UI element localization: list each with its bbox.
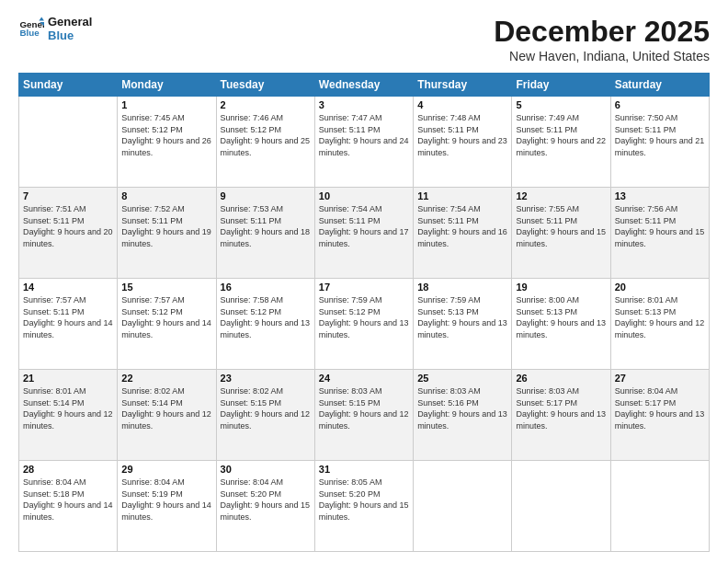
calendar-week-row: 28Sunrise: 8:04 AMSunset: 5:18 PMDayligh…: [19, 461, 710, 552]
day-info: Sunrise: 7:56 AMSunset: 5:11 PMDaylight:…: [615, 203, 705, 249]
day-number: 25: [417, 373, 507, 384]
day-info: Sunrise: 8:03 AMSunset: 5:17 PMDaylight:…: [516, 385, 606, 431]
day-info: Sunrise: 7:58 AMSunset: 5:12 PMDaylight:…: [221, 294, 311, 340]
day-info: Sunrise: 7:48 AMSunset: 5:11 PMDaylight:…: [417, 112, 507, 158]
day-info: Sunrise: 7:57 AMSunset: 5:12 PMDaylight:…: [121, 294, 211, 340]
day-info: Sunrise: 7:50 AMSunset: 5:11 PMDaylight:…: [615, 112, 705, 158]
table-row: 4Sunrise: 7:48 AMSunset: 5:11 PMDaylight…: [414, 97, 512, 188]
day-number: 17: [319, 282, 409, 293]
calendar-week-row: 14Sunrise: 7:57 AMSunset: 5:11 PMDayligh…: [19, 279, 710, 370]
day-number: 8: [121, 190, 211, 201]
day-number: 23: [221, 373, 311, 384]
table-row: 23Sunrise: 8:02 AMSunset: 5:15 PMDayligh…: [216, 370, 314, 461]
day-info: Sunrise: 7:59 AMSunset: 5:12 PMDaylight:…: [319, 294, 409, 340]
day-number: 4: [417, 99, 507, 110]
col-friday: Friday: [512, 74, 610, 97]
logo-icon: General Blue: [18, 16, 44, 41]
table-row: 16Sunrise: 7:58 AMSunset: 5:12 PMDayligh…: [216, 279, 314, 370]
calendar-page: General Blue General Blue December 2025 …: [0, 0, 728, 563]
day-info: Sunrise: 7:47 AMSunset: 5:11 PMDaylight:…: [319, 112, 409, 158]
table-row: 2Sunrise: 7:46 AMSunset: 5:12 PMDaylight…: [216, 97, 314, 188]
table-row: 9Sunrise: 7:53 AMSunset: 5:11 PMDaylight…: [216, 188, 314, 279]
day-number: 29: [121, 464, 211, 475]
header: General Blue General Blue December 2025 …: [18, 15, 710, 63]
day-number: 18: [417, 282, 507, 293]
day-number: 7: [23, 190, 113, 201]
day-number: 16: [221, 282, 311, 293]
day-number: 3: [319, 99, 409, 110]
day-info: Sunrise: 7:49 AMSunset: 5:11 PMDaylight:…: [516, 112, 606, 158]
day-info: Sunrise: 7:52 AMSunset: 5:11 PMDaylight:…: [121, 203, 211, 249]
day-number: 27: [615, 373, 705, 384]
table-row: 22Sunrise: 8:02 AMSunset: 5:14 PMDayligh…: [118, 370, 216, 461]
calendar-week-row: 7Sunrise: 7:51 AMSunset: 5:11 PMDaylight…: [19, 188, 710, 279]
day-number: 24: [319, 373, 409, 384]
day-number: 1: [121, 99, 211, 110]
table-row: 21Sunrise: 8:01 AMSunset: 5:14 PMDayligh…: [19, 370, 118, 461]
day-info: Sunrise: 8:04 AMSunset: 5:20 PMDaylight:…: [221, 477, 311, 523]
table-row: 20Sunrise: 8:01 AMSunset: 5:13 PMDayligh…: [610, 279, 709, 370]
day-number: 22: [121, 373, 211, 384]
day-info: Sunrise: 8:02 AMSunset: 5:14 PMDaylight:…: [121, 385, 211, 431]
table-row: 8Sunrise: 7:52 AMSunset: 5:11 PMDaylight…: [118, 188, 216, 279]
col-monday: Monday: [118, 74, 216, 97]
day-number: 15: [121, 282, 211, 293]
day-info: Sunrise: 7:51 AMSunset: 5:11 PMDaylight:…: [23, 203, 113, 249]
day-info: Sunrise: 8:01 AMSunset: 5:13 PMDaylight:…: [615, 294, 705, 340]
table-row: 29Sunrise: 8:04 AMSunset: 5:19 PMDayligh…: [118, 461, 216, 552]
day-info: Sunrise: 8:03 AMSunset: 5:16 PMDaylight:…: [417, 385, 507, 431]
day-number: 26: [516, 373, 606, 384]
day-info: Sunrise: 8:04 AMSunset: 5:19 PMDaylight:…: [121, 477, 211, 523]
day-info: Sunrise: 7:55 AMSunset: 5:11 PMDaylight:…: [516, 203, 606, 249]
table-row: 15Sunrise: 7:57 AMSunset: 5:12 PMDayligh…: [118, 279, 216, 370]
day-info: Sunrise: 7:53 AMSunset: 5:11 PMDaylight:…: [221, 203, 311, 249]
day-number: 12: [516, 190, 606, 201]
calendar-week-row: 1Sunrise: 7:45 AMSunset: 5:12 PMDaylight…: [19, 97, 710, 188]
col-sunday: Sunday: [19, 74, 118, 97]
day-number: 2: [221, 99, 311, 110]
day-info: Sunrise: 8:03 AMSunset: 5:15 PMDaylight:…: [319, 385, 409, 431]
day-number: 20: [615, 282, 705, 293]
col-saturday: Saturday: [610, 74, 709, 97]
table-row: 1Sunrise: 7:45 AMSunset: 5:12 PMDaylight…: [118, 97, 216, 188]
day-info: Sunrise: 7:45 AMSunset: 5:12 PMDaylight:…: [121, 112, 211, 158]
logo: General Blue General Blue: [18, 15, 92, 42]
day-info: Sunrise: 8:04 AMSunset: 5:17 PMDaylight:…: [615, 385, 705, 431]
table-row: 24Sunrise: 8:03 AMSunset: 5:15 PMDayligh…: [314, 370, 413, 461]
day-number: 31: [319, 464, 409, 475]
day-number: 14: [23, 282, 113, 293]
table-row: 14Sunrise: 7:57 AMSunset: 5:11 PMDayligh…: [19, 279, 118, 370]
table-row: 10Sunrise: 7:54 AMSunset: 5:11 PMDayligh…: [314, 188, 413, 279]
table-row: 18Sunrise: 7:59 AMSunset: 5:13 PMDayligh…: [414, 279, 512, 370]
table-row: 26Sunrise: 8:03 AMSunset: 5:17 PMDayligh…: [512, 370, 610, 461]
table-row: [414, 461, 512, 552]
calendar-week-row: 21Sunrise: 8:01 AMSunset: 5:14 PMDayligh…: [19, 370, 710, 461]
table-row: 5Sunrise: 7:49 AMSunset: 5:11 PMDaylight…: [512, 97, 610, 188]
table-row: 31Sunrise: 8:05 AMSunset: 5:20 PMDayligh…: [314, 461, 413, 552]
day-info: Sunrise: 7:59 AMSunset: 5:13 PMDaylight:…: [417, 294, 507, 340]
table-row: 13Sunrise: 7:56 AMSunset: 5:11 PMDayligh…: [610, 188, 709, 279]
day-number: 21: [23, 373, 113, 384]
table-row: 28Sunrise: 8:04 AMSunset: 5:18 PMDayligh…: [19, 461, 118, 552]
day-number: 6: [615, 99, 705, 110]
day-number: 11: [417, 190, 507, 201]
col-tuesday: Tuesday: [216, 74, 314, 97]
table-row: 12Sunrise: 7:55 AMSunset: 5:11 PMDayligh…: [512, 188, 610, 279]
day-info: Sunrise: 8:05 AMSunset: 5:20 PMDaylight:…: [319, 477, 409, 523]
day-info: Sunrise: 7:54 AMSunset: 5:11 PMDaylight:…: [417, 203, 507, 249]
table-row: [19, 97, 118, 188]
day-number: 13: [615, 190, 705, 201]
day-number: 19: [516, 282, 606, 293]
table-row: 19Sunrise: 8:00 AMSunset: 5:13 PMDayligh…: [512, 279, 610, 370]
col-thursday: Thursday: [414, 74, 512, 97]
location: New Haven, Indiana, United States: [494, 49, 710, 63]
table-row: 11Sunrise: 7:54 AMSunset: 5:11 PMDayligh…: [414, 188, 512, 279]
day-info: Sunrise: 7:57 AMSunset: 5:11 PMDaylight:…: [23, 294, 113, 340]
calendar-table: Sunday Monday Tuesday Wednesday Thursday…: [18, 73, 710, 552]
day-info: Sunrise: 7:46 AMSunset: 5:12 PMDaylight:…: [221, 112, 311, 158]
day-number: 9: [221, 190, 311, 201]
day-number: 28: [23, 464, 113, 475]
calendar-header-row: Sunday Monday Tuesday Wednesday Thursday…: [19, 74, 710, 97]
day-info: Sunrise: 8:04 AMSunset: 5:18 PMDaylight:…: [23, 477, 113, 523]
table-row: 17Sunrise: 7:59 AMSunset: 5:12 PMDayligh…: [314, 279, 413, 370]
